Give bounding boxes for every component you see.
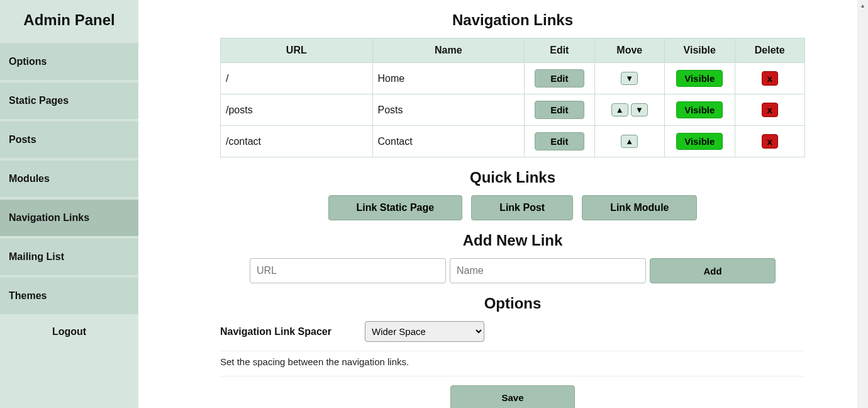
th-edit: Edit [525, 38, 594, 63]
th-move: Move [594, 38, 664, 63]
cell-name: Contact [372, 126, 525, 157]
options-heading: Options [220, 295, 805, 312]
sidebar-item-navigation-links[interactable]: Navigation Links [0, 198, 138, 237]
delete-button[interactable]: x [762, 103, 778, 117]
sidebar-item-themes[interactable]: Themes [0, 276, 138, 315]
visible-toggle[interactable]: Visible [676, 70, 723, 87]
table-row: /posts Posts Edit ▲ ▼ Visible x [221, 94, 805, 126]
sidebar-item-static-pages[interactable]: Static Pages [0, 81, 138, 120]
move-up-icon[interactable]: ▲ [611, 103, 628, 116]
th-url: URL [221, 38, 373, 63]
main-content: Navigation Links URL Name Edit Move Visi… [138, 0, 857, 408]
sidebar-item-options[interactable]: Options [0, 42, 138, 81]
scrollbar[interactable]: ▴ [857, 0, 868, 408]
sidebar-item-modules[interactable]: Modules [0, 159, 138, 198]
spacer-option-row: Navigation Link Spacer Wider Space [220, 321, 805, 351]
name-input[interactable] [450, 258, 646, 283]
delete-button[interactable]: x [762, 71, 778, 86]
link-static-page-button[interactable]: Link Static Page [328, 195, 463, 220]
quick-links-heading: Quick Links [220, 169, 805, 186]
delete-button[interactable]: x [762, 134, 778, 149]
sidebar-nav: Options Static Pages Posts Modules Navig… [0, 42, 138, 349]
th-visible: Visible [665, 38, 735, 63]
table-row: / Home Edit ▼ Visible x [221, 63, 805, 94]
sidebar-logout[interactable]: Logout [0, 315, 138, 349]
link-post-button[interactable]: Link Post [471, 195, 573, 220]
edit-button[interactable]: Edit [535, 69, 584, 88]
edit-button[interactable]: Edit [535, 101, 584, 119]
spacer-label: Navigation Link Spacer [220, 326, 346, 337]
th-name: Name [372, 38, 525, 63]
url-input[interactable] [250, 258, 446, 283]
cell-url: /posts [221, 94, 373, 126]
th-delete: Delete [735, 38, 805, 63]
move-up-icon[interactable]: ▲ [621, 135, 638, 148]
spacer-description: Set the spacing between the navigation l… [220, 356, 805, 377]
sidebar-item-mailing-list[interactable]: Mailing List [0, 237, 138, 276]
quick-links-row: Link Static Page Link Post Link Module [220, 195, 805, 220]
cell-name: Posts [372, 94, 525, 126]
spacer-select[interactable]: Wider Space [365, 321, 484, 342]
scroll-up-icon[interactable]: ▴ [857, 0, 868, 11]
add-button[interactable]: Add [650, 258, 776, 283]
cell-url: / [221, 63, 373, 94]
edit-button[interactable]: Edit [535, 132, 584, 150]
add-new-row: Add [220, 258, 805, 283]
link-module-button[interactable]: Link Module [582, 195, 697, 220]
add-new-link-heading: Add New Link [220, 232, 805, 249]
visible-toggle[interactable]: Visible [676, 101, 723, 118]
cell-name: Home [372, 63, 525, 94]
move-down-icon[interactable]: ▼ [621, 72, 638, 85]
table-row: /contact Contact Edit ▲ Visible x [221, 126, 805, 157]
sidebar-item-posts[interactable]: Posts [0, 120, 138, 159]
nav-links-table: URL Name Edit Move Visible Delete / Home… [220, 38, 805, 157]
page-heading: Navigation Links [220, 11, 805, 29]
save-button[interactable]: Save [450, 385, 574, 408]
cell-url: /contact [221, 126, 373, 157]
visible-toggle[interactable]: Visible [676, 133, 723, 150]
move-down-icon[interactable]: ▼ [631, 103, 648, 116]
sidebar: Admin Panel Options Static Pages Posts M… [0, 0, 138, 408]
sidebar-title: Admin Panel [0, 0, 138, 42]
